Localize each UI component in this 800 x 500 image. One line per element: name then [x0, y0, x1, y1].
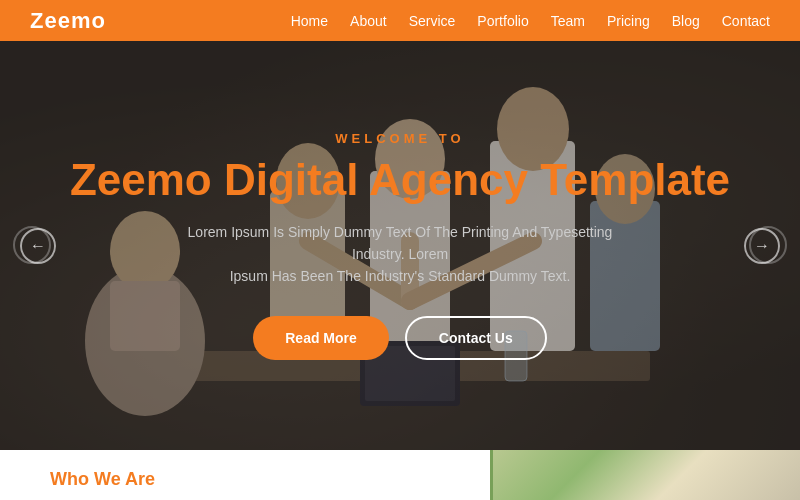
who-we-are-label: Who We Are [50, 469, 155, 490]
hero-subtitle: Lorem Ipsum Is Simply Dummy Text Of The … [160, 221, 640, 288]
hero-cta-buttons: Read More Contact Us [70, 316, 730, 360]
hero-next-button[interactable]: → [744, 228, 780, 264]
navbar: Zeemo Home About Service Portfolio Team … [0, 0, 800, 41]
left-arrow-icon: ← [30, 237, 46, 255]
right-arrow-icon: → [754, 237, 770, 255]
site-logo[interactable]: Zeemo [30, 8, 106, 34]
hero-title-highlight: Template [540, 155, 730, 204]
nav-link-home[interactable]: Home [291, 13, 328, 29]
hero-subtitle-line1: Lorem Ipsum Is Simply Dummy Text Of The … [188, 224, 613, 262]
nav-item-about[interactable]: About [350, 12, 387, 30]
hero-title: Zeemo Digital Agency Template [70, 156, 730, 204]
read-more-button[interactable]: Read More [253, 316, 389, 360]
below-hero-image [490, 450, 800, 500]
nav-link-about[interactable]: About [350, 13, 387, 29]
nav-link-service[interactable]: Service [409, 13, 456, 29]
contact-us-button[interactable]: Contact Us [405, 316, 547, 360]
hero-content: Welcome To Zeemo Digital Agency Template… [50, 111, 750, 380]
nav-item-service[interactable]: Service [409, 12, 456, 30]
nav-item-pricing[interactable]: Pricing [607, 12, 650, 30]
nav-link-pricing[interactable]: Pricing [607, 13, 650, 29]
nav-item-blog[interactable]: Blog [672, 12, 700, 30]
nav-link-contact[interactable]: Contact [722, 13, 770, 29]
nav-link-blog[interactable]: Blog [672, 13, 700, 29]
nav-link-team[interactable]: Team [551, 13, 585, 29]
nav-item-home[interactable]: Home [291, 12, 328, 30]
nav-item-portfolio[interactable]: Portfolio [477, 12, 528, 30]
hero-section: ← Welcome To Zeemo Digital Agency Templa… [0, 41, 800, 450]
below-hero-section: Who We Are [0, 450, 800, 500]
nav-links: Home About Service Portfolio Team Pricin… [291, 12, 770, 30]
hero-welcome-text: Welcome To [70, 131, 730, 146]
nav-item-team[interactable]: Team [551, 12, 585, 30]
nav-link-portfolio[interactable]: Portfolio [477, 13, 528, 29]
nav-item-contact[interactable]: Contact [722, 12, 770, 30]
hero-title-main: Zeemo Digital Agency [70, 155, 540, 204]
hero-subtitle-line2: Ipsum Has Been The Industry's Standard D… [230, 268, 571, 284]
hero-prev-button[interactable]: ← [20, 228, 56, 264]
